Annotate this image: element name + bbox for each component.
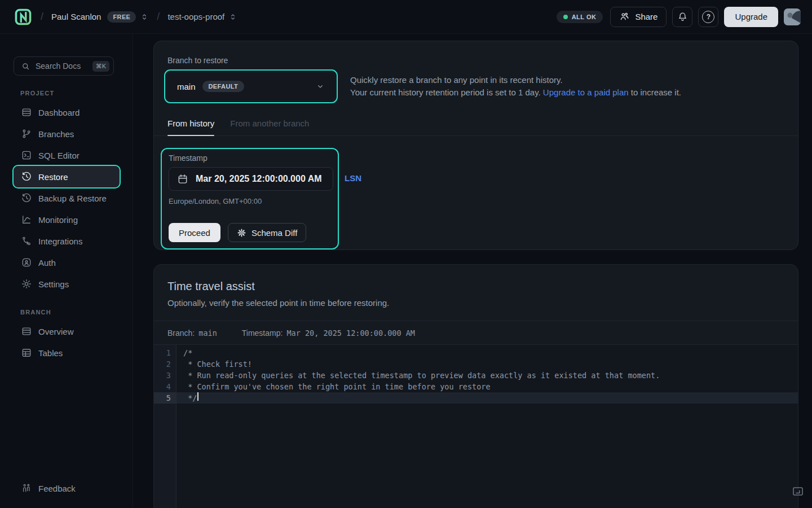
chevron-down-icon bbox=[316, 82, 325, 91]
status-badge-label: ALL OK bbox=[572, 14, 597, 20]
time-travel-header: Time travel assist Optionally, verify th… bbox=[154, 265, 798, 321]
line-number: 5 bbox=[154, 392, 176, 404]
project-name[interactable]: test-oops-proof bbox=[167, 12, 224, 21]
search-placeholder: Search Docs bbox=[36, 62, 81, 71]
branch-select-highlight-ring: main DEFAULT bbox=[164, 69, 338, 103]
schema-diff-button-label: Schema Diff bbox=[251, 228, 297, 238]
sidebar-item-integrations[interactable]: Integrations bbox=[14, 230, 120, 252]
sidebar-item-feedback[interactable]: Feedback bbox=[14, 478, 120, 499]
line-text: * Check first! bbox=[176, 358, 252, 370]
code-line: 1 /* bbox=[154, 347, 798, 358]
sidebar-item-label: Feedback bbox=[38, 484, 76, 493]
neon-logo-icon[interactable] bbox=[14, 7, 33, 27]
upgrade-button-label: Upgrade bbox=[735, 12, 767, 21]
sidebar-section-project: PROJECT bbox=[20, 90, 133, 97]
line-text: * Run read-only queries at the selected … bbox=[176, 370, 660, 381]
gear-icon bbox=[21, 278, 32, 290]
sidebar-item-settings[interactable]: Settings bbox=[14, 273, 120, 295]
timestamp-input[interactable]: Mar 20, 2025 12:00:00.000 AM bbox=[169, 167, 333, 191]
bell-icon bbox=[677, 11, 688, 22]
sidebar-item-label: Branches bbox=[38, 129, 74, 139]
sidebar-item-restore[interactable]: Restore bbox=[14, 166, 120, 187]
sidebar-item-label: Overview bbox=[38, 327, 74, 336]
org-name[interactable]: Paul Scanlon bbox=[51, 12, 101, 21]
time-travel-context-bar: Branch: main Timestamp: Mar 20, 2025 12:… bbox=[154, 321, 798, 345]
restore-description-line2: Your current history retention period is… bbox=[350, 86, 681, 99]
share-button-label: Share bbox=[635, 12, 657, 21]
restore-panel: Branch to restore main DEFAULT Quickly r… bbox=[153, 41, 798, 250]
tab-from-another-branch[interactable]: From another branch bbox=[230, 119, 309, 135]
avatar[interactable] bbox=[784, 8, 801, 25]
restore-description: Quickly restore a branch to any point in… bbox=[350, 74, 681, 103]
code-line-active: 5 */ bbox=[154, 392, 798, 404]
sidebar-item-sql-editor[interactable]: SQL Editor bbox=[14, 144, 120, 166]
project-selector-chevron-icon[interactable] bbox=[228, 12, 237, 21]
search-shortcut-badge: ⌘K bbox=[92, 61, 109, 72]
code-line: 3 * Run read-only queries at the selecte… bbox=[154, 370, 798, 381]
git-branch-icon bbox=[21, 128, 32, 139]
branch-select[interactable]: main DEFAULT bbox=[167, 73, 334, 100]
proceed-button[interactable]: Proceed bbox=[169, 223, 220, 242]
line-text: /* bbox=[176, 347, 192, 358]
context-timestamp: Timestamp: Mar 20, 2025 12:00:00.000 AM bbox=[242, 329, 415, 338]
editor-cursor bbox=[197, 392, 198, 401]
share-button[interactable]: Share bbox=[610, 7, 667, 27]
line-number: 4 bbox=[154, 381, 176, 392]
lsn-link[interactable]: LSN bbox=[345, 173, 361, 183]
retention-text-suffix: to increase it. bbox=[629, 87, 681, 97]
context-branch-label: Branch: bbox=[167, 329, 195, 338]
tab-from-history[interactable]: From history bbox=[167, 119, 214, 135]
context-timestamp-value: Mar 20, 2025 12:00:00.000 AM bbox=[286, 329, 415, 338]
search-input[interactable]: Search Docs ⌘K bbox=[14, 56, 114, 76]
auth-user-icon bbox=[21, 257, 32, 268]
plan-badge: FREE bbox=[107, 11, 136, 23]
upgrade-button[interactable]: Upgrade bbox=[724, 7, 778, 27]
sidebar-item-dashboard[interactable]: Dashboard bbox=[14, 102, 120, 123]
share-users-icon bbox=[619, 11, 630, 22]
breadcrumb-separator: / bbox=[157, 11, 160, 23]
sidebar-item-backup-restore[interactable]: Backup & Restore bbox=[14, 187, 120, 209]
line-text: */ bbox=[176, 392, 197, 404]
feedback-people-icon bbox=[21, 483, 32, 494]
line-number: 1 bbox=[154, 347, 176, 358]
default-branch-badge: DEFAULT bbox=[202, 81, 245, 92]
proceed-button-label: Proceed bbox=[179, 228, 210, 238]
table-icon bbox=[21, 347, 32, 358]
schema-diff-flower-icon bbox=[237, 228, 246, 238]
topbar: / Paul Scanlon FREE / test-oops-proof AL… bbox=[0, 0, 812, 34]
retention-text: Your current history retention period is… bbox=[350, 87, 543, 97]
code-line: 2 * Check first! bbox=[154, 358, 798, 370]
integrations-icon bbox=[21, 235, 32, 247]
topbar-actions: ALL OK Share ? Upgrade bbox=[557, 7, 801, 27]
timestamp-highlight-ring: Timestamp Mar 20, 2025 12:00:00.000 AM E… bbox=[161, 148, 339, 249]
upgrade-plan-link[interactable]: Upgrade to a paid plan bbox=[543, 87, 629, 97]
sidebar-item-auth[interactable]: Auth bbox=[14, 252, 120, 273]
line-number: 2 bbox=[154, 358, 176, 370]
schema-diff-button[interactable]: Schema Diff bbox=[228, 223, 306, 242]
sidebar-item-label: Restore bbox=[38, 172, 68, 182]
sidebar-item-tables[interactable]: Tables bbox=[14, 342, 120, 364]
search-icon bbox=[21, 62, 30, 71]
help-button[interactable]: ? bbox=[698, 7, 718, 27]
time-travel-title: Time travel assist bbox=[167, 279, 784, 293]
sidebar-item-overview[interactable]: Overview bbox=[14, 321, 120, 342]
context-branch: Branch: main bbox=[167, 329, 217, 338]
line-number: 3 bbox=[154, 370, 176, 381]
restore-source-tabs: From history From another branch bbox=[154, 119, 798, 136]
expand-editor-icon[interactable] bbox=[791, 484, 805, 498]
line-text: * Confirm you've chosen the right point … bbox=[176, 381, 491, 392]
sidebar-item-branches[interactable]: Branches bbox=[14, 123, 120, 144]
dashboard-icon bbox=[21, 107, 32, 118]
sql-editor[interactable]: 1 /* 2 * Check first! 3 * Run read-only … bbox=[154, 345, 798, 508]
context-timestamp-label: Timestamp: bbox=[242, 329, 283, 338]
editor-lines: 1 /* 2 * Check first! 3 * Run read-only … bbox=[154, 345, 798, 404]
breadcrumb-separator: / bbox=[41, 11, 43, 23]
sidebar-item-label: Dashboard bbox=[38, 108, 80, 117]
org-selector-chevron-icon[interactable] bbox=[140, 12, 149, 21]
sidebar-item-label: Auth bbox=[38, 258, 56, 268]
notifications-button[interactable] bbox=[672, 7, 692, 27]
timezone-label: Europe/London, GMT+00:00 bbox=[169, 197, 331, 205]
restore-history-icon bbox=[21, 171, 32, 182]
sidebar-item-monitoring[interactable]: Monitoring bbox=[14, 209, 120, 230]
status-badge[interactable]: ALL OK bbox=[557, 11, 603, 23]
